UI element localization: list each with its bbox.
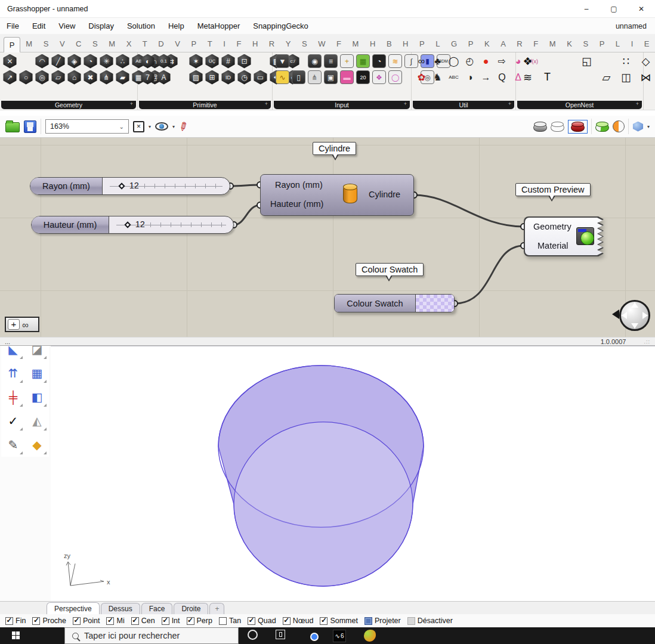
cluster-icon[interactable]: Q [494,69,510,85]
resize-grip[interactable]: .:: [644,339,650,345]
viewport-tab[interactable]: Face [141,603,173,614]
leaves-icon[interactable]: ❖ [518,53,537,69]
menu-item[interactable]: Display [82,21,121,30]
hex-part-icon[interactable]: ◇ [636,53,655,69]
group-label-opennest[interactable]: OpenNest [517,101,642,109]
maximize-button[interactable]: ▢ [600,0,628,17]
category-tab[interactable]: S [583,39,588,48]
category-tab[interactable]: I [631,39,634,48]
category-tab[interactable]: Y [286,39,291,48]
patch-icon[interactable]: ▰ [115,69,131,85]
osnap-checkbox[interactable]: Mi [106,617,124,625]
checkbox-icon[interactable] [248,617,255,625]
menu-item[interactable]: SnappingGecko [246,21,315,30]
category-tab[interactable]: B [387,39,392,48]
section-icon[interactable]: ╪ [1,385,25,409]
category-tab[interactable]: M [353,39,359,48]
boolean-toggle-icon[interactable]: ◐ [140,53,156,69]
category-tab[interactable]: F [533,39,538,48]
checkbox-icon[interactable] [283,617,291,625]
preview-visibility-icon[interactable] [155,122,168,131]
diamond-icon[interactable]: ◆ [25,433,49,457]
category-tab[interactable]: H [403,39,408,48]
category-tab[interactable]: X [126,39,132,48]
number-icon[interactable]: 0.1 [156,53,172,69]
folder-icon[interactable]: ▭ [252,69,268,85]
checkbox-icon[interactable] [219,617,227,625]
arrow-solid-icon[interactable]: → [478,69,494,85]
glasses-icon[interactable]: ∞ [413,53,430,69]
toggle-icon[interactable] [364,617,372,625]
group-label-primitive[interactable]: Primitive [139,101,271,109]
osnap-checkbox[interactable]: Perp [187,617,212,625]
task-view-icon[interactable] [276,630,285,639]
colors-icon[interactable]: ▦ [355,53,371,69]
clipped-icon-2[interactable]: ◪ [25,346,49,361]
swatch-color-well[interactable] [416,295,454,312]
group-label-geometry[interactable]: Geometry [1,101,136,109]
category-tab[interactable]: P [419,39,425,48]
dial-icon[interactable]: ◴ [462,53,478,69]
category-tab[interactable]: G [451,39,457,48]
custom-preview-component[interactable]: Geometry Material [524,216,604,256]
category-tab[interactable]: E [644,39,650,48]
cube-icon[interactable]: ◫ [616,69,636,85]
colour-swatch-component[interactable]: Colour Swatch [334,294,455,312]
category-tab[interactable]: W [318,39,325,48]
wire-icon[interactable]: ⊞ [204,69,220,85]
osnap-checkbox[interactable]: Tan [219,617,241,625]
points-icon[interactable]: ∴ [115,53,131,69]
category-tab[interactable]: F [236,39,241,48]
knob-icon[interactable]: ◉ [307,53,323,69]
color-cube-icon[interactable]: ❖ [371,69,387,85]
rhino6-icon[interactable]: ∿6 [333,630,346,642]
slider-rayon[interactable]: Rayon (mm) 12 [30,177,230,195]
osnap-toggle[interactable]: Projeter [364,617,401,625]
grid-icon[interactable]: # [220,53,236,69]
add-viewport-tab[interactable]: + [209,603,224,614]
slider-track[interactable]: 12 [109,216,233,233]
cortana-icon[interactable] [248,630,258,640]
checkbox-icon[interactable] [32,617,40,625]
menu-item[interactable]: Solution [121,21,162,30]
active-category-tab[interactable]: P [4,37,20,52]
tree-icon[interactable]: ♣ [430,53,446,69]
checkbox-icon[interactable] [131,617,139,625]
viewport-tab[interactable]: Dessus [101,603,140,614]
fold-icon[interactable]: ◧ [25,385,49,409]
viewport-tab[interactable]: Perspective [47,602,100,614]
vector-icon[interactable]: ↗ [2,69,18,85]
jar-closed-icon[interactable]: ◑ [462,69,478,85]
chevron-down-icon[interactable]: ▾ [647,124,650,129]
format-icon[interactable]: ÜÇ [204,53,220,69]
extrude-icon[interactable]: ⇈ [1,361,25,385]
osnap-checkbox[interactable]: Point [73,617,100,625]
menu-item[interactable]: Help [162,21,191,30]
category-tab[interactable]: P [191,39,197,48]
solids-icon[interactable]: ◭ [25,409,49,433]
button-icon[interactable]: ▣ [323,69,339,85]
category-tab[interactable]: D [158,39,163,48]
zoom-select[interactable]: 163% ⌄ [45,119,129,134]
sheet-icon[interactable]: ◱ [577,53,597,69]
zoom-extents-icon[interactable]: ✕ [133,121,144,132]
cancel-icon[interactable]: ✕ [2,53,18,69]
clock-icon[interactable]: ◔ [371,53,387,69]
slider-hauteur[interactable]: Hauteur (mm) 12 [31,216,234,234]
category-tab[interactable]: A [500,39,506,48]
ramp-icon[interactable]: ▨ [188,69,204,85]
osnap-toggle[interactable]: Désactiver [407,617,453,625]
boolean-icon[interactable]: ✖ [82,69,98,85]
checkbox-icon[interactable] [162,617,169,625]
slider-knob[interactable] [118,182,125,189]
slider-track[interactable]: 12 [103,178,230,194]
sketch-icon[interactable]: ✎ [177,119,190,134]
perspective-viewport[interactable]: zy x [51,346,655,601]
category-tab[interactable]: C [76,39,81,48]
line-icon[interactable]: ╱ [50,53,66,69]
panel-icon[interactable]: ⊡ [236,53,252,69]
no-preview-icon[interactable] [533,122,547,132]
category-tab[interactable]: H [252,39,258,48]
rhino-icon[interactable]: ⋈ [636,69,655,85]
category-tab[interactable]: S [92,39,98,48]
